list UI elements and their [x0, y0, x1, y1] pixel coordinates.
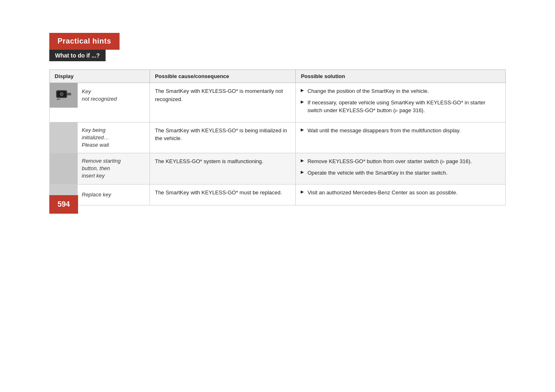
- no-icon-area: [50, 122, 78, 153]
- table-row: Remove startingbutton, theninsert key Th…: [50, 153, 506, 184]
- page-container: Practical hints What to do if ...? Displ…: [0, 0, 555, 230]
- cause-cell-key-initializing: The SmartKey with KEYLESS-GO* is being i…: [150, 122, 296, 153]
- display-label-key-initializing: Key beinginitialized…Please wait: [78, 122, 113, 153]
- page-title: Practical hints: [58, 37, 111, 45]
- subtitle-bar: What to do if ...?: [49, 50, 106, 61]
- solution-item: Operate the vehicle with the SmartKey in…: [301, 169, 500, 177]
- table-row: Key beinginitialized…Please wait The Sma…: [50, 122, 506, 153]
- cause-cell-replace-key: The SmartKey with KEYLESS-GO* must be re…: [150, 184, 296, 205]
- solution-item: Remove KEYLESS-GO* button from over star…: [301, 157, 500, 166]
- svg-rect-5: [57, 99, 60, 100]
- table-row: Keynot recognized The SmartKey with KEYL…: [50, 83, 506, 122]
- solution-list: Change the position of the SmartKey in t…: [301, 87, 500, 115]
- display-cell-remove-starting: Remove startingbutton, theninsert key: [50, 153, 150, 184]
- solution-cell-replace-key: Visit an authorized Mercedes-Benz Center…: [296, 184, 506, 205]
- svg-rect-4: [67, 93, 71, 95]
- main-table: Display Possible cause/consequence Possi…: [49, 69, 506, 205]
- solution-cell-remove-starting: Remove KEYLESS-GO* button from over star…: [296, 153, 506, 184]
- solution-item: If necessary, operate vehicle using Smar…: [301, 99, 500, 115]
- key-icon-area: [50, 83, 78, 108]
- display-cell-key-not-recognized: Keynot recognized: [50, 83, 150, 122]
- solution-item: Wait until the message disappears from t…: [301, 127, 500, 135]
- solution-item: Change the position of the SmartKey in t…: [301, 87, 500, 95]
- solution-list: Remove KEYLESS-GO* button from over star…: [301, 157, 500, 177]
- svg-point-3: [61, 93, 62, 95]
- display-cell-key-initializing: Key beinginitialized…Please wait: [50, 122, 150, 153]
- display-label-key-not-recognized: Keynot recognized: [78, 83, 121, 108]
- page-number: 594: [58, 200, 70, 209]
- title-bar: Practical hints: [49, 33, 120, 50]
- solution-cell-key-initializing: Wait until the message disappears from t…: [296, 122, 506, 153]
- no-icon-area2: [50, 153, 78, 184]
- table-row: Replace key The SmartKey with KEYLESS-GO…: [50, 184, 506, 205]
- page-number-box: 594: [49, 195, 78, 214]
- cause-cell-remove-starting: The KEYLESS-GO* system is malfunctioning…: [150, 153, 296, 184]
- solution-list: Wait until the message disappears from t…: [301, 127, 500, 135]
- display-label-remove-starting: Remove startingbutton, theninsert key: [78, 153, 125, 184]
- table-header-row: Display Possible cause/consequence Possi…: [50, 70, 506, 83]
- col-header-cause: Possible cause/consequence: [150, 70, 296, 83]
- section-header: Practical hints What to do if ...?: [49, 33, 506, 61]
- solution-item: Visit an authorized Mercedes-Benz Center…: [301, 189, 500, 197]
- page-subtitle: What to do if ...?: [55, 52, 100, 59]
- cause-cell-key-not-recognized: The SmartKey with KEYLESS-GO* is momenta…: [150, 83, 296, 122]
- display-subrow: Keynot recognized: [50, 83, 150, 108]
- key-fob-icon: [55, 86, 73, 104]
- col-header-solution: Possible solution: [296, 70, 506, 83]
- display-subrow: Remove startingbutton, theninsert key: [50, 153, 150, 184]
- col-header-display: Display: [50, 70, 150, 83]
- solution-list: Visit an authorized Mercedes-Benz Center…: [301, 189, 500, 197]
- display-label-replace-key: Replace key: [78, 184, 115, 205]
- solution-cell-key-not-recognized: Change the position of the SmartKey in t…: [296, 83, 506, 122]
- display-subrow: Key beinginitialized…Please wait: [50, 122, 150, 153]
